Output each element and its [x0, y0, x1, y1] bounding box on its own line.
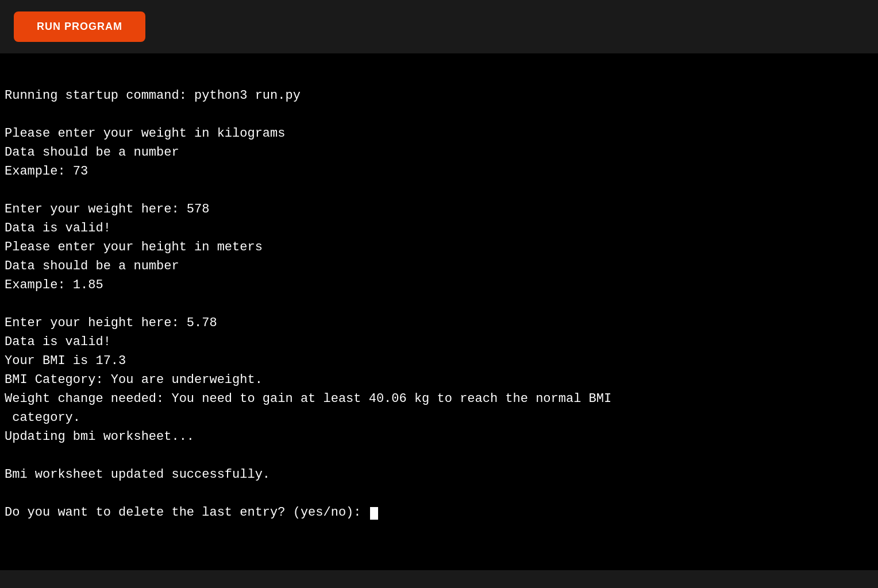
terminal-line: Data is valid!	[5, 219, 869, 238]
terminal-line: BMI Category: You are underweight.	[5, 370, 869, 389]
terminal-line: category.	[5, 408, 869, 427]
terminal-line: Data should be a number	[5, 257, 869, 276]
terminal-line: Example: 73	[5, 162, 869, 181]
terminal[interactable]: Running startup command: python3 run.pyP…	[0, 53, 878, 570]
terminal-line	[5, 446, 869, 465]
terminal-line: Updating bmi worksheet...	[5, 427, 869, 446]
terminal-line: Enter your weight here: 578	[5, 200, 869, 219]
terminal-line	[5, 484, 869, 503]
run-program-button[interactable]: RUN PROGRAM	[14, 11, 145, 42]
terminal-line: Running startup command: python3 run.py	[5, 86, 869, 105]
terminal-line: Please enter your weight in kilograms	[5, 124, 869, 143]
terminal-line: Do you want to delete the last entry? (y…	[5, 503, 869, 522]
terminal-line: Please enter your height in meters	[5, 238, 869, 257]
terminal-line: Weight change needed: You need to gain a…	[5, 389, 869, 408]
terminal-line: Data should be a number	[5, 143, 869, 162]
terminal-cursor	[370, 507, 378, 520]
terminal-line	[5, 105, 869, 124]
terminal-line: Example: 1.85	[5, 276, 869, 295]
terminal-line: Bmi worksheet updated successfully.	[5, 465, 869, 484]
terminal-line: Your BMI is 17.3	[5, 351, 869, 370]
terminal-line	[5, 295, 869, 314]
terminal-line: Data is valid!	[5, 332, 869, 351]
terminal-line	[5, 181, 869, 200]
terminal-line: Enter your height here: 5.78	[5, 314, 869, 332]
top-bar: RUN PROGRAM	[0, 0, 878, 53]
